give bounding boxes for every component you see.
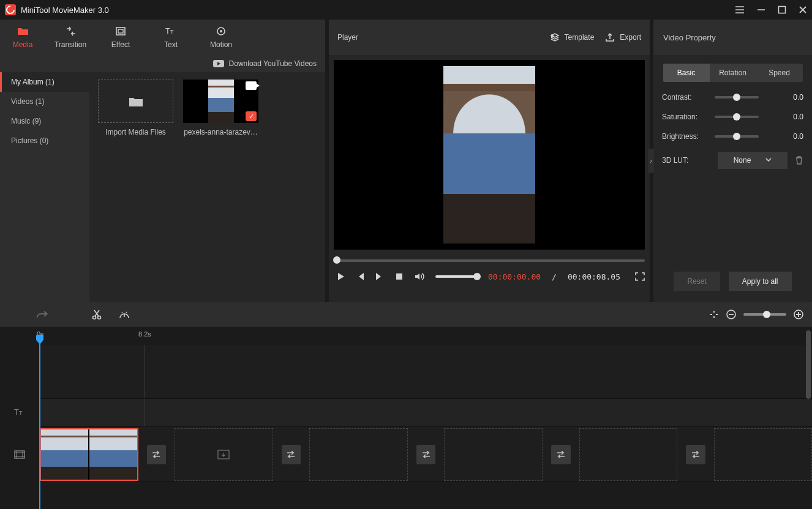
player-viewport[interactable] (334, 60, 645, 250)
zoom-in-icon[interactable] (794, 310, 803, 319)
trash-icon[interactable] (795, 155, 803, 165)
lut-dropdown[interactable]: None (718, 152, 788, 169)
preview-frame (443, 66, 535, 243)
vertical-scrollbar[interactable] (806, 330, 811, 399)
sidebar-item-label: Pictures (0) (11, 136, 48, 145)
tab-basic[interactable]: Basic (663, 64, 710, 82)
tab-basic-label: Basic (677, 69, 695, 77)
text-lane[interactable] (39, 399, 812, 427)
minimize-icon[interactable] (757, 6, 765, 14)
tab-transition-label: Transition (55, 40, 86, 49)
reset-button[interactable]: Reset (674, 272, 720, 291)
zoom-slider[interactable] (743, 313, 786, 316)
download-youtube-link[interactable]: Download YouTube Videos (229, 59, 317, 68)
timeline-clip-1[interactable] (40, 428, 138, 481)
tab-effect-label: Effect (111, 40, 130, 49)
prev-frame-icon[interactable] (356, 272, 364, 281)
contrast-slider[interactable] (715, 96, 759, 98)
chevron-down-icon (765, 158, 772, 163)
player-seekbar[interactable] (334, 254, 645, 267)
brightness-slider[interactable] (715, 135, 759, 138)
apply-all-button[interactable]: Apply to all (729, 272, 792, 291)
empty-slot[interactable] (579, 428, 677, 481)
media-clip-1[interactable]: ✓ pexels-anna-tarazev… (183, 80, 258, 136)
hamburger-icon[interactable] (735, 5, 745, 15)
transition-icon (65, 26, 76, 37)
fullscreen-icon[interactable] (635, 272, 645, 281)
sidebar-item-pictures[interactable]: Pictures (0) (0, 131, 89, 150)
properties-tabs: Basic Rotation Speed (663, 64, 803, 82)
tab-transition[interactable]: Transition (45, 20, 96, 55)
saturation-value: 0.0 (779, 113, 803, 121)
volume-icon[interactable] (415, 272, 424, 281)
tab-media[interactable]: Media (0, 20, 45, 55)
svg-rect-15 (15, 451, 24, 458)
play-icon[interactable] (336, 272, 345, 281)
folder-icon (17, 26, 28, 37)
timeline-ruler[interactable]: 0s 8.2s (0, 327, 812, 345)
transition-slot-icon[interactable] (416, 445, 436, 464)
transition-slot-icon[interactable] (551, 445, 571, 464)
maximize-icon[interactable] (778, 6, 786, 14)
player-duration: 00:00:08.05 (568, 272, 620, 281)
volume-slider[interactable] (435, 275, 477, 278)
overlay-lane[interactable] (39, 345, 812, 399)
media-panel: Media Transition Effect TT Text Motion D… (0, 20, 325, 302)
tab-text-label: Text (164, 40, 178, 49)
template-button[interactable]: Template (550, 32, 595, 42)
empty-slot[interactable] (309, 428, 407, 481)
brightness-label: Brightness: (662, 132, 709, 141)
video-lane[interactable] (39, 427, 812, 482)
brightness-value: 0.0 (779, 132, 803, 141)
next-frame-icon[interactable] (375, 272, 384, 281)
sidebar-item-label: Videos (1) (11, 97, 44, 106)
tab-speed[interactable]: Speed (756, 64, 803, 82)
close-icon[interactable] (799, 6, 807, 14)
lut-label: 3D LUT: (662, 156, 709, 165)
tab-text[interactable]: TT Text (146, 20, 196, 55)
svg-text:T: T (165, 28, 170, 36)
saturation-row: Saturation: 0.0 (662, 113, 803, 121)
effect-icon (115, 26, 126, 37)
playhead[interactable] (39, 340, 40, 509)
empty-slot[interactable] (444, 428, 542, 481)
transition-slot-icon[interactable] (147, 445, 167, 464)
app-logo-icon (5, 4, 16, 15)
empty-slot[interactable] (175, 428, 273, 481)
saturation-slider[interactable] (715, 116, 759, 118)
player-current-time: 00:00:00.00 (488, 272, 541, 281)
brightness-row: Brightness: 0.0 (662, 132, 803, 141)
player-title: Player (337, 33, 358, 42)
tab-speed-label: Speed (769, 69, 790, 77)
collapse-panel-icon[interactable]: › (648, 149, 654, 173)
sidebar-item-videos[interactable]: Videos (1) (0, 92, 89, 111)
sidebar-item-label: Music (9) (11, 117, 41, 125)
stop-icon (395, 272, 404, 281)
export-icon (605, 32, 615, 42)
template-label: Template (565, 33, 595, 42)
tab-media-label: Media (13, 40, 33, 49)
transition-slot-icon[interactable] (282, 445, 301, 464)
titlebar: MiniTool MovieMaker 3.0 (0, 0, 812, 20)
motion-icon (216, 26, 227, 37)
youtube-icon (213, 60, 224, 67)
export-button[interactable]: Export (605, 32, 641, 42)
time-separator: / (552, 272, 557, 281)
redo-icon[interactable] (37, 310, 48, 319)
tab-rotation[interactable]: Rotation (710, 64, 756, 82)
zoom-out-icon[interactable] (726, 310, 736, 319)
apply-all-label: Apply to all (742, 277, 778, 286)
tab-motion[interactable]: Motion (196, 20, 246, 55)
fit-zoom-icon[interactable] (709, 310, 719, 319)
sidebar-item-music[interactable]: Music (9) (0, 111, 89, 131)
export-label: Export (620, 33, 641, 42)
import-media-tile[interactable]: Import Media Files (98, 80, 173, 136)
tab-effect[interactable]: Effect (96, 20, 146, 55)
transition-slot-icon[interactable] (686, 445, 705, 464)
saturation-label: Saturation: (662, 113, 709, 121)
sidebar-item-myalbum[interactable]: My Album (1) (0, 72, 89, 92)
reset-label: Reset (687, 277, 706, 286)
tab-rotation-label: Rotation (719, 69, 746, 77)
player-panel: Player Template Export (329, 20, 650, 302)
empty-slot[interactable] (714, 428, 812, 481)
